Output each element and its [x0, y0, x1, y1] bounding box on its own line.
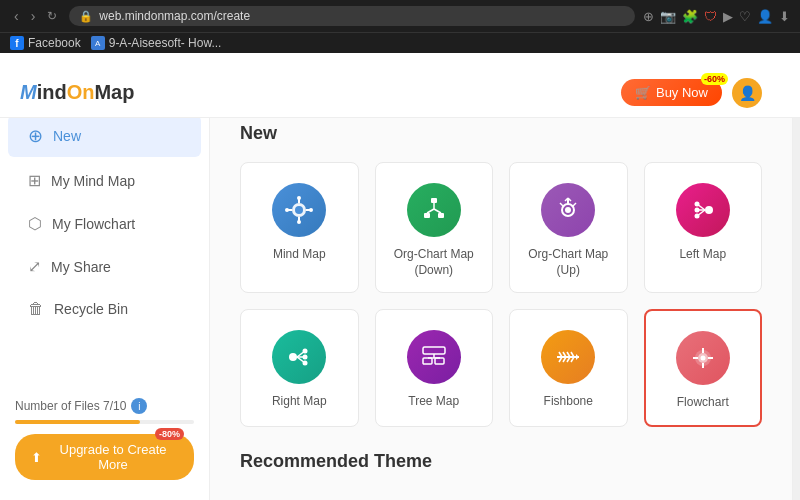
facebook-icon: f: [10, 36, 24, 50]
mind-map-card-label: Mind Map: [273, 247, 326, 263]
logo-map: Map: [94, 81, 134, 104]
fishbone-icon: [541, 330, 595, 384]
content-area: New: [210, 103, 792, 500]
screenshot-icon[interactable]: 📷: [660, 9, 676, 24]
header-right: 🛒 Buy Now -60% 👤: [621, 78, 780, 108]
bookmark-facebook[interactable]: f Facebook: [10, 36, 81, 50]
buy-now-button[interactable]: 🛒 Buy Now -60%: [621, 79, 722, 106]
svg-rect-11: [424, 213, 430, 218]
user-avatar[interactable]: 👤: [732, 78, 762, 108]
svg-point-29: [694, 214, 699, 219]
plus-icon: ⊕: [28, 125, 43, 147]
svg-marker-52: [576, 354, 579, 360]
buy-now-label: Buy Now: [656, 85, 708, 100]
svg-point-27: [694, 202, 699, 207]
card-grid: Mind Map Org-Chart Map (: [240, 162, 762, 427]
svg-rect-10: [431, 198, 437, 203]
reload-button[interactable]: ↻: [43, 7, 61, 25]
app-logo[interactable]: MindOnMap: [20, 81, 134, 104]
download-icon[interactable]: ⬇: [779, 9, 790, 24]
forward-button[interactable]: ›: [27, 6, 40, 26]
left-map-label: Left Map: [679, 247, 726, 263]
tree-map-label: Tree Map: [408, 394, 459, 410]
mind-map-nav-icon: ⊞: [28, 171, 41, 190]
url-text: web.mindonmap.com/create: [99, 9, 250, 23]
svg-point-59: [700, 356, 705, 361]
fishbone-label: Fishbone: [544, 394, 593, 410]
file-count-text: Number of Files 7/10: [15, 399, 126, 413]
bookmark-aiseesoft[interactable]: A 9-A-Aiseesoft- How...: [91, 36, 222, 50]
upgrade-button[interactable]: ⬆ Upgrade to Create More -80%: [15, 434, 194, 480]
lock-icon: 🔒: [79, 10, 93, 23]
facebook-label: Facebook: [28, 36, 81, 50]
svg-rect-12: [438, 213, 444, 218]
upgrade-badge: -80%: [155, 428, 184, 440]
sidebar-item-my-flowchart[interactable]: ⬡ My Flowchart: [8, 204, 201, 243]
sidebar-bottom: Number of Files 7/10 i ⬆ Upgrade to Crea…: [0, 388, 209, 490]
discount-badge: -60%: [701, 73, 728, 85]
extension-icon[interactable]: 🧩: [682, 9, 698, 24]
aiseesoft-label: 9-A-Aiseesoft- How...: [109, 36, 222, 50]
svg-point-30: [289, 353, 297, 361]
card-org-chart-down[interactable]: Org-Chart Map (Down): [375, 162, 494, 293]
bookmarks-bar: f Facebook A 9-A-Aiseesoft- How...: [0, 32, 800, 53]
progress-bar-fill: [15, 420, 140, 424]
app-header: MindOnMap 🛒 Buy Now -60% 👤: [0, 68, 800, 118]
flowchart-label: Flowchart: [677, 395, 729, 411]
org-chart-down-label: Org-Chart Map (Down): [386, 247, 483, 278]
svg-point-9: [309, 208, 313, 212]
svg-rect-42: [435, 358, 444, 364]
svg-point-23: [705, 206, 713, 214]
file-count: Number of Files 7/10 i: [15, 398, 194, 414]
sidebar-item-share-label: My Share: [51, 259, 111, 275]
card-org-chart-up[interactable]: Org-Chart Map (Up): [509, 162, 628, 293]
new-section-title: New: [240, 123, 762, 144]
main-layout: ⊕ New ⊞ My Mind Map ⬡ My Flowchart ⤢ My …: [0, 103, 800, 500]
tree-map-icon: [407, 330, 461, 384]
card-mind-map[interactable]: Mind Map: [240, 162, 359, 293]
cart-icon: 🛒: [635, 85, 651, 100]
svg-point-34: [303, 349, 308, 354]
back-button[interactable]: ‹: [10, 6, 23, 26]
sidebar-item-my-share[interactable]: ⤢ My Share: [8, 247, 201, 286]
search-icon[interactable]: ⊕: [643, 9, 654, 24]
card-fishbone[interactable]: Fishbone: [509, 309, 628, 427]
svg-point-28: [694, 208, 699, 213]
info-icon[interactable]: i: [131, 398, 147, 414]
sidebar-item-my-mind-map[interactable]: ⊞ My Mind Map: [8, 161, 201, 200]
share-nav-icon: ⤢: [28, 257, 41, 276]
left-map-icon: [676, 183, 730, 237]
svg-point-1: [295, 206, 303, 214]
svg-line-14: [427, 209, 434, 213]
logo-text: ind: [37, 81, 67, 104]
address-bar[interactable]: 🔒 web.mindonmap.com/create: [69, 6, 635, 26]
sidebar-item-recycle-bin[interactable]: 🗑 Recycle Bin: [8, 290, 201, 328]
svg-point-22: [565, 207, 571, 213]
card-right-map[interactable]: Right Map: [240, 309, 359, 427]
browser-actions: ⊕ 📷 🧩 🛡 ▶ ♡ 👤 ⬇: [643, 9, 790, 24]
card-left-map[interactable]: Left Map: [644, 162, 763, 293]
puzzle-icon[interactable]: ▶: [723, 9, 733, 24]
svg-point-36: [303, 361, 308, 366]
svg-rect-37: [423, 347, 445, 354]
card-flowchart[interactable]: Flowchart: [644, 309, 763, 427]
svg-point-35: [303, 355, 308, 360]
sidebar-item-new[interactable]: ⊕ New: [8, 115, 201, 157]
right-panel: [792, 103, 800, 500]
svg-line-15: [434, 209, 441, 213]
sidebar-item-mind-map-label: My Mind Map: [51, 173, 135, 189]
progress-bar-background: [15, 420, 194, 424]
sidebar-item-recycle-label: Recycle Bin: [54, 301, 128, 317]
browser-nav-buttons: ‹ › ↻: [10, 6, 61, 26]
svg-point-8: [285, 208, 289, 212]
profile-icon[interactable]: 👤: [757, 9, 773, 24]
user-icon: 👤: [739, 85, 756, 101]
trash-icon: 🗑: [28, 300, 44, 318]
sidebar-item-flowchart-label: My Flowchart: [52, 216, 135, 232]
heart-icon[interactable]: ♡: [739, 9, 751, 24]
org-chart-up-label: Org-Chart Map (Up): [520, 247, 617, 278]
flowchart-nav-icon: ⬡: [28, 214, 42, 233]
flowchart-icon: [676, 331, 730, 385]
card-tree-map[interactable]: Tree Map: [375, 309, 494, 427]
sidebar-item-new-label: New: [53, 128, 81, 144]
